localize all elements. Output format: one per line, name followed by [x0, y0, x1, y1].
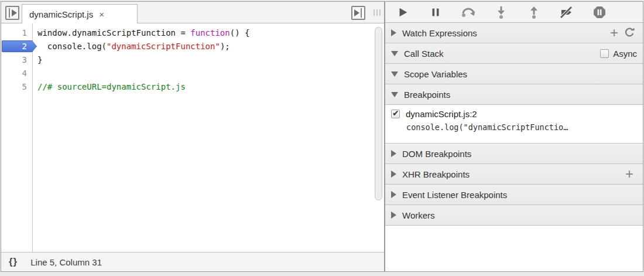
deactivate-breakpoints-button[interactable]: [550, 4, 583, 21]
expanded-triangle-icon: [391, 71, 398, 77]
async-checkbox-label: Async: [613, 49, 637, 59]
code-line[interactable]: window.dynamicScriptFunction = function(…: [37, 26, 384, 40]
section-label: Workers: [402, 210, 637, 220]
section-call-stack[interactable]: Call Stack Async: [385, 43, 643, 64]
async-checkbox[interactable]: [600, 49, 609, 58]
step-into-button[interactable]: [485, 4, 518, 21]
add-watch-expression-button[interactable]: +: [607, 25, 622, 40]
step-out-button[interactable]: [518, 4, 550, 21]
section-dom-breakpoints[interactable]: DOM Breakpoints: [385, 144, 643, 164]
debugger-sidebar: Watch Expressions + Call Stack Async: [385, 2, 643, 271]
breakpoint-location-label[interactable]: dynamicScript.js:2: [406, 109, 477, 119]
collapsed-triangle-icon: [391, 29, 396, 36]
debugger-toolbar: [385, 2, 643, 23]
line-number-gutter[interactable]: 12345: [1, 23, 33, 252]
section-label: Scope Variables: [404, 69, 637, 79]
line-number[interactable]: 3: [1, 53, 32, 67]
breakpoint-enabled-checkbox[interactable]: [391, 110, 400, 118]
editor-scrollbar[interactable]: [375, 27, 383, 250]
section-label: Call Stack: [404, 49, 600, 59]
editor-panel: dynamicScript.js × 12345 window.dynamicS…: [1, 2, 385, 271]
file-tabbar: dynamicScript.js ×: [1, 2, 384, 23]
tab-close-icon[interactable]: ×: [99, 10, 104, 19]
section-xhr-breakpoints[interactable]: XHR Breakpoints +: [385, 164, 643, 185]
devtools-sources-panel: dynamicScript.js × 12345 window.dynamicS…: [0, 0, 644, 276]
step-out-icon: [527, 5, 540, 19]
code-line[interactable]: [37, 67, 384, 80]
sidebar-icon-bar: [361, 8, 362, 18]
section-label: Breakpoints: [404, 90, 637, 100]
refresh-watch-expressions-button[interactable]: [622, 25, 637, 40]
breakpoint-code-snippet: console.log("dynamicScriptFunctio…: [406, 122, 638, 132]
line-number[interactable]: 1: [1, 26, 32, 40]
caret-position-label: Line 5, Column 31: [30, 257, 102, 267]
pause-on-exceptions-icon: [592, 5, 607, 19]
resume-icon: [396, 6, 409, 19]
pause-button[interactable]: [419, 4, 452, 21]
section-label: Watch Expressions: [402, 28, 607, 38]
section-label: XHR Breakpoints: [402, 169, 622, 179]
step-into-icon: [495, 5, 508, 19]
expanded-triangle-icon: [391, 92, 398, 97]
code-line[interactable]: //# sourceURL=dynamicScript.js: [37, 80, 384, 94]
navigator-icon-triangle: [12, 9, 17, 16]
section-scope-variables[interactable]: Scope Variables: [385, 64, 643, 84]
show-debugger-sidebar-icon[interactable]: [351, 6, 365, 20]
breakpoint-entry-header: dynamicScript.js:2: [391, 109, 638, 119]
tab-dynamicscript[interactable]: dynamicScript.js ×: [22, 4, 138, 23]
pause-on-exceptions-button[interactable]: [583, 4, 616, 21]
section-workers[interactable]: Workers: [385, 205, 643, 226]
breakpoint-marker-line-2[interactable]: 2: [1, 40, 32, 53]
deactivate-breakpoints-icon: [560, 5, 574, 19]
resume-button[interactable]: [386, 4, 419, 21]
step-over-icon: [461, 6, 476, 19]
tab-title: dynamicScript.js: [29, 9, 93, 19]
code-line[interactable]: }: [37, 53, 384, 67]
sidebar-icon-triangle: [354, 9, 359, 16]
scrollbar-thumb[interactable]: [375, 27, 382, 200]
code-line[interactable]: console.log("dynamicScriptFunction");: [37, 40, 384, 53]
collapsed-triangle-icon: [391, 150, 396, 157]
code-content[interactable]: window.dynamicScriptFunction = function(…: [33, 23, 384, 252]
plus-icon: +: [610, 26, 618, 40]
panel-resize-grip[interactable]: [374, 9, 381, 16]
editor-statusbar: {} Line 5, Column 31: [1, 252, 384, 271]
expanded-triangle-icon: [391, 51, 398, 56]
line-number[interactable]: 4: [1, 67, 32, 80]
section-watch-expressions[interactable]: Watch Expressions +: [385, 23, 643, 43]
plus-icon: +: [625, 167, 633, 181]
navigator-icon-bar: [9, 8, 10, 18]
section-breakpoints[interactable]: Breakpoints: [385, 84, 643, 105]
section-label: Event Listener Breakpoints: [402, 190, 637, 200]
collapsed-triangle-icon: [391, 212, 396, 219]
pause-icon: [429, 6, 442, 19]
code-editor[interactable]: 12345 window.dynamicScriptFunction = fun…: [1, 23, 384, 252]
pretty-print-icon[interactable]: {}: [9, 256, 18, 268]
sidebar-empty-area: [385, 226, 643, 271]
collapsed-triangle-icon: [391, 191, 396, 198]
show-navigator-icon[interactable]: [5, 6, 19, 20]
devtools-window: dynamicScript.js × 12345 window.dynamicS…: [1, 1, 643, 272]
collapsed-triangle-icon: [391, 171, 396, 178]
add-xhr-breakpoint-button[interactable]: +: [622, 166, 637, 182]
section-event-listener-breakpoints[interactable]: Event Listener Breakpoints: [385, 185, 643, 205]
breakpoint-entry[interactable]: dynamicScript.js:2 console.log("dynamicS…: [385, 105, 643, 144]
step-over-button[interactable]: [452, 4, 485, 21]
section-label: DOM Breakpoints: [402, 149, 637, 159]
line-number[interactable]: 5: [1, 80, 32, 94]
refresh-icon: [624, 28, 635, 38]
